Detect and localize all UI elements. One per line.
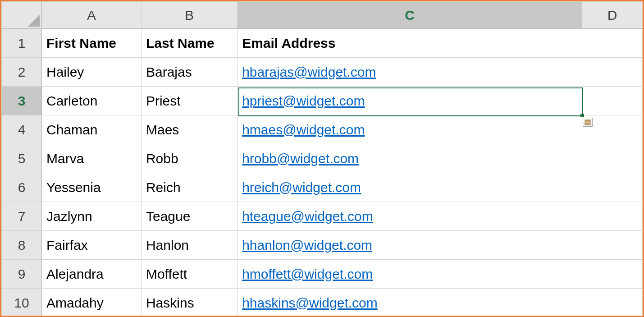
cell-B4[interactable]: Maes (141, 115, 237, 144)
table-row: 7 Jazlynn Teague hteague@widget.com (2, 202, 643, 231)
cell-C1[interactable]: Email Address (238, 29, 582, 58)
worksheet-grid[interactable]: A B C D 1 First Name Last Name Email Add… (1, 1, 643, 317)
cell-C9[interactable]: hmoffett@widget.com (238, 260, 582, 289)
row-header-10[interactable]: 10 (2, 289, 42, 317)
cell-C5[interactable]: hrobb@widget.com (238, 144, 582, 173)
row-header-4[interactable]: 4 (2, 115, 42, 144)
column-header-B[interactable]: B (141, 2, 237, 29)
svg-rect-0 (585, 119, 590, 121)
cell-A4[interactable]: Chaman (41, 115, 141, 144)
flash-fill-smarttag-button[interactable] (583, 118, 593, 127)
cell-B2[interactable]: Barajas (141, 58, 237, 87)
row-header-2[interactable]: 2 (2, 58, 42, 87)
column-header-D[interactable]: D (582, 2, 643, 29)
table-row: 5 Marva Robb hrobb@widget.com (2, 144, 643, 173)
cell-B3[interactable]: Priest (141, 87, 237, 115)
cell-A10[interactable]: Amadahy (41, 289, 141, 317)
cell-D8[interactable] (582, 231, 643, 260)
cell-C10[interactable]: hhaskins@widget.com (238, 289, 582, 317)
column-header-A[interactable]: A (41, 2, 141, 29)
select-all-triangle-icon (28, 15, 40, 27)
cell-C7[interactable]: hteague@widget.com (238, 202, 582, 231)
cell-C6[interactable]: hreich@widget.com (238, 173, 582, 202)
cell-A9[interactable]: Alejandra (41, 260, 141, 289)
cell-D9[interactable] (582, 260, 643, 289)
cell-C4[interactable]: hmaes@widget.com (238, 115, 582, 144)
row-header-5[interactable]: 5 (2, 144, 42, 173)
cell-D10[interactable] (582, 289, 643, 317)
cell-A2[interactable]: Hailey (41, 58, 141, 87)
cell-C2[interactable]: hbarajas@widget.com (238, 58, 582, 87)
cell-A5[interactable]: Marva (41, 144, 141, 173)
cell-D5[interactable] (582, 144, 643, 173)
cell-B6[interactable]: Reich (141, 173, 237, 202)
cell-D3[interactable] (582, 87, 643, 115)
cell-C8[interactable]: hhanlon@widget.com (238, 231, 582, 260)
table-row: 9 Alejandra Moffett hmoffett@widget.com (2, 260, 643, 289)
cell-D7[interactable] (582, 202, 643, 231)
row-header-1[interactable]: 1 (2, 29, 42, 58)
svg-rect-1 (585, 121, 590, 123)
cell-B8[interactable]: Hanlon (141, 231, 237, 260)
cell-A8[interactable]: Fairfax (41, 231, 141, 260)
cell-A3[interactable]: Carleton (41, 87, 141, 115)
table-row: 2 Hailey Barajas hbarajas@widget.com (2, 58, 643, 87)
svg-rect-2 (585, 123, 590, 124)
cell-C3[interactable]: hpriest@widget.com (238, 87, 582, 115)
row-header-7[interactable]: 7 (2, 202, 42, 231)
cell-B10[interactable]: Haskins (141, 289, 237, 317)
cell-A6[interactable]: Yessenia (41, 173, 141, 202)
cell-D1[interactable] (582, 29, 643, 58)
table-row: 6 Yessenia Reich hreich@widget.com (2, 173, 643, 202)
select-all-corner[interactable] (2, 2, 42, 29)
table-row: 10 Amadahy Haskins hhaskins@widget.com (2, 289, 643, 317)
cell-B7[interactable]: Teague (141, 202, 237, 231)
column-header-C[interactable]: C (238, 2, 582, 29)
cell-A1[interactable]: First Name (41, 29, 141, 58)
spreadsheet-viewport: A B C D 1 First Name Last Name Email Add… (0, 0, 644, 317)
row-header-3[interactable]: 3 (2, 87, 42, 115)
cell-D2[interactable] (582, 58, 643, 87)
table-row: 4 Chaman Maes hmaes@widget.com (2, 115, 643, 144)
table-row: 8 Fairfax Hanlon hhanlon@widget.com (2, 231, 643, 260)
row-header-9[interactable]: 9 (2, 260, 42, 289)
column-header-row: A B C D (2, 2, 643, 29)
cell-B1[interactable]: Last Name (141, 29, 237, 58)
table-row: 3 Carleton Priest hpriest@widget.com (2, 87, 643, 115)
flash-fill-icon (585, 119, 591, 125)
row-header-6[interactable]: 6 (2, 173, 42, 202)
cell-A7[interactable]: Jazlynn (41, 202, 141, 231)
cell-B5[interactable]: Robb (141, 144, 237, 173)
cell-D6[interactable] (582, 173, 643, 202)
cell-B9[interactable]: Moffett (141, 260, 237, 289)
row-header-8[interactable]: 8 (2, 231, 42, 260)
table-row: 1 First Name Last Name Email Address (2, 29, 643, 58)
